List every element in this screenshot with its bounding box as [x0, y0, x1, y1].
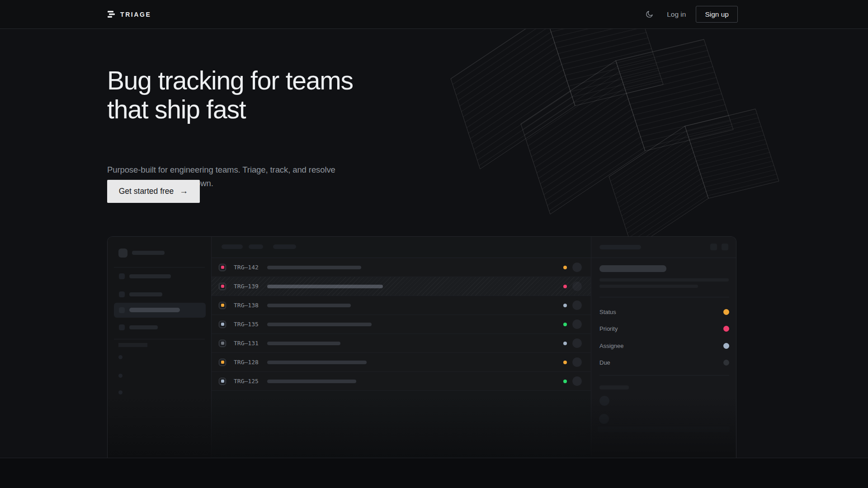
due-value-dot — [723, 360, 729, 366]
mockup-detail-panel: Status Priority Assignee Due — [591, 237, 736, 458]
issue-title-skeleton — [267, 361, 367, 364]
mockup-sidebar — [108, 237, 212, 458]
issue-status-dot — [563, 342, 567, 345]
sidebar-nav-label-skeleton — [129, 292, 162, 296]
sidebar-list-dot-skeleton — [118, 374, 123, 378]
issue-title-skeleton — [267, 380, 356, 383]
theme-toggle-button[interactable] — [642, 7, 657, 22]
issue-row-meta — [563, 319, 582, 329]
panel-divider — [599, 375, 729, 375]
issue-row-meta — [563, 282, 582, 291]
issue-id: TRG–138 — [234, 302, 262, 309]
page-footer — [0, 458, 868, 488]
sidebar-nav-icon-skeleton — [119, 273, 125, 279]
panel-action-button-skeleton — [722, 244, 728, 250]
issue-id: TRG–131 — [234, 340, 262, 347]
issue-status-dot — [563, 266, 567, 269]
panel-divider — [599, 297, 729, 297]
triage-logo-icon — [107, 10, 115, 18]
issue-avatar-skeleton — [572, 319, 582, 329]
issue-type-badge — [219, 359, 226, 366]
workspace-icon-skeleton — [118, 249, 127, 258]
comment-avatar-skeleton — [599, 396, 609, 406]
brand-name: TRIAGE — [120, 11, 151, 18]
panel-action-button-skeleton — [710, 244, 717, 250]
brand-logo[interactable]: TRIAGE — [107, 10, 151, 18]
issue-type-badge — [219, 340, 226, 347]
issue-status-dot — [563, 361, 567, 364]
sidebar-nav-label-skeleton — [129, 308, 180, 312]
sidebar-divider — [114, 267, 205, 267]
assignee-value-dot — [723, 343, 729, 349]
get-started-button[interactable]: Get started free → — [107, 180, 200, 203]
top-nav: TRIAGE Log in Sign up — [0, 0, 868, 29]
issue-description-skeleton — [599, 278, 729, 282]
issue-title-skeleton — [267, 304, 351, 307]
issue-type-dot — [221, 285, 224, 288]
issue-title-skeleton — [267, 342, 340, 345]
comment-avatar-skeleton — [599, 414, 609, 424]
issue-avatar-skeleton — [572, 300, 582, 310]
issue-row-meta — [563, 300, 582, 310]
issue-avatar-skeleton — [572, 263, 582, 272]
issue-id: TRG–128 — [234, 359, 262, 366]
sidebar-list-dot-skeleton — [118, 355, 123, 359]
issue-type-dot — [221, 304, 224, 307]
list-tab-skeleton — [222, 244, 243, 249]
sidebar-divider — [114, 339, 205, 339]
get-started-label: Get started free — [119, 187, 174, 196]
issue-row: TRG–131 — [212, 334, 591, 353]
moon-icon — [645, 10, 654, 19]
comment-body-skeleton — [598, 427, 730, 432]
field-status: Status — [599, 307, 729, 316]
field-label: Status — [599, 309, 616, 315]
hero-title-line1: Bug tracking for teams — [107, 66, 353, 95]
issue-row: TRG–138 — [212, 296, 591, 315]
nav-actions: Log in Sign up — [642, 6, 738, 23]
signup-button[interactable]: Sign up — [696, 6, 738, 23]
issue-avatar-skeleton — [572, 282, 582, 291]
issue-avatar-skeleton — [572, 376, 582, 386]
issue-type-badge — [219, 264, 226, 271]
mockup-issue-list: TRG–142 TRG–139 — [212, 237, 591, 458]
arrow-right-icon: → — [179, 187, 188, 195]
field-assignee: Assignee — [599, 341, 729, 350]
landing-page: TRIAGE Log in Sign up — [0, 0, 868, 488]
login-link[interactable]: Log in — [667, 10, 686, 19]
issue-row-meta — [563, 338, 582, 348]
issue-row: TRG–125 — [212, 372, 591, 391]
sidebar-section-label-skeleton — [118, 343, 147, 347]
issue-id: TRG–135 — [234, 321, 262, 328]
sidebar-nav-label-skeleton — [129, 274, 171, 278]
activity-label-skeleton — [599, 385, 629, 389]
issue-type-badge — [219, 321, 226, 328]
issue-status-dot — [563, 304, 567, 307]
issue-row-selected: TRG–139 — [212, 277, 591, 296]
issue-type-dot — [221, 361, 224, 364]
panel-breadcrumb-skeleton — [599, 245, 641, 249]
issue-row-meta — [563, 376, 582, 386]
sidebar-list-dot-skeleton — [118, 390, 123, 394]
issue-row-meta — [563, 263, 582, 272]
issue-type-dot — [221, 266, 224, 269]
sidebar-nav-icon-skeleton — [119, 324, 125, 330]
issue-description-skeleton — [599, 285, 698, 288]
issue-status-dot — [563, 285, 567, 288]
list-tab-skeleton — [273, 244, 296, 249]
issue-row: TRG–135 — [212, 315, 591, 334]
issue-list-header — [212, 237, 591, 258]
hero-title: Bug tracking for teamsthat ship fast — [107, 66, 353, 124]
issue-row: TRG–142 — [212, 258, 591, 277]
issue-status-dot — [563, 323, 567, 326]
issue-type-badge — [219, 302, 226, 309]
issue-type-dot — [221, 342, 224, 345]
sidebar-nav-label-skeleton — [129, 325, 158, 329]
issue-avatar-skeleton — [572, 338, 582, 348]
issue-title-skeleton — [267, 323, 372, 326]
issue-type-badge — [219, 283, 226, 290]
top-nav-inner: TRIAGE Log in Sign up — [107, 0, 738, 28]
issue-id: TRG–142 — [234, 264, 262, 271]
issue-type-badge — [219, 378, 226, 385]
hero-title-line2: that ship fast — [107, 95, 353, 124]
sidebar-nav-icon-skeleton — [119, 307, 125, 313]
